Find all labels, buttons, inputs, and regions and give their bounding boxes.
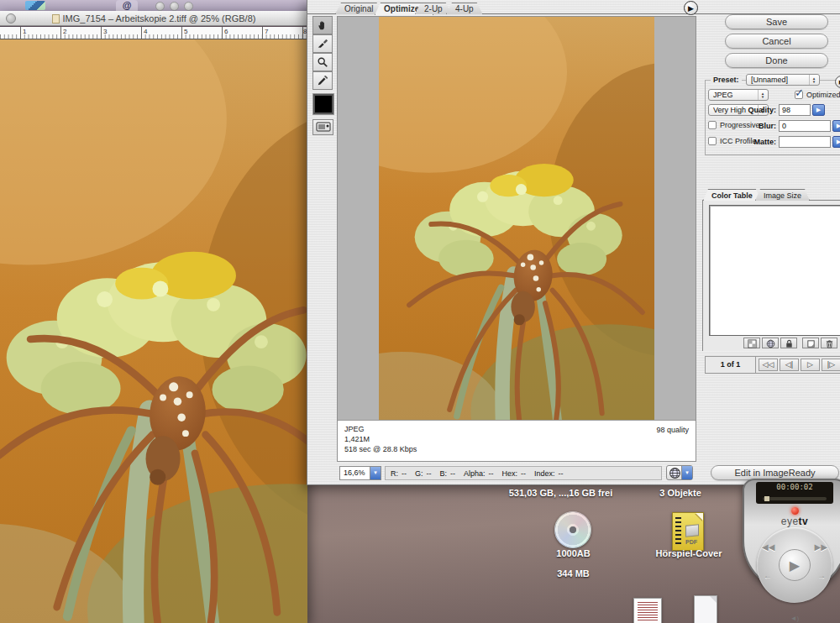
- play-button-remote[interactable]: ▶: [779, 549, 811, 581]
- blur-slider-flyout-button[interactable]: ▶: [832, 120, 840, 132]
- blur-field[interactable]: 0: [779, 120, 831, 132]
- remote-timecode: 00:00:02: [756, 483, 833, 491]
- pdf-name-label[interactable]: Hörspiel-Cover: [640, 548, 738, 558]
- background-app-icon: [25, 1, 45, 10]
- slices-icon: [317, 123, 330, 131]
- status-size: 1,421M: [344, 435, 370, 443]
- ruler-number: 1: [23, 28, 26, 35]
- eyedropper-tool-button[interactable]: [312, 71, 333, 90]
- slice-select-tool-button[interactable]: [312, 34, 333, 53]
- document-titlebar[interactable]: IMG_7154 – Arbeitskopie 2.tiff @ 25% (RG…: [0, 11, 307, 26]
- at-symbol-icon: @: [116, 0, 138, 11]
- document-file-icon: [52, 14, 60, 24]
- magnifier-icon: [318, 58, 327, 66]
- volume-icon: ◄): [757, 615, 832, 622]
- format-select[interactable]: JPEG▴▾: [708, 89, 769, 101]
- quality-field[interactable]: 98: [779, 104, 811, 116]
- next-frame-button[interactable]: |▷: [822, 359, 840, 371]
- cd-disk-icon[interactable]: [554, 511, 591, 548]
- strip-dot-icon: [170, 2, 179, 11]
- cd-name-label[interactable]: 1000AB: [529, 548, 617, 558]
- save-button[interactable]: Save: [725, 14, 828, 29]
- status-quality: 98 quality: [656, 426, 689, 434]
- optimized-preview-image[interactable]: [379, 17, 654, 421]
- toggle-slices-visibility-button[interactable]: [312, 119, 333, 135]
- play-button[interactable]: ▷: [801, 359, 820, 371]
- record-led-icon: [791, 507, 799, 515]
- zoom-dropdown-arrow-icon[interactable]: ▼: [370, 467, 381, 479]
- blur-label: Blur:: [744, 122, 776, 130]
- ruler-number: 6: [224, 28, 228, 35]
- lock-color-button[interactable]: [780, 338, 797, 348]
- quality-slider-flyout-button[interactable]: ▶: [812, 104, 825, 116]
- disk-space-info: 531,03 GB, ...,16 GB frei: [470, 488, 651, 498]
- forward-button[interactable]: ▶▶: [815, 542, 827, 552]
- eyedropper-color-swatch[interactable]: [313, 94, 333, 114]
- color-table-list[interactable]: [709, 205, 840, 336]
- background-app-strip: @: [0, 0, 307, 11]
- blank-document-icon[interactable]: [694, 595, 717, 623]
- pdf-thumbnail: [685, 524, 699, 537]
- tab-original[interactable]: Original: [335, 3, 382, 14]
- zoom-level-select[interactable]: 16,6% ▼: [339, 466, 381, 480]
- document-canvas-photo[interactable]: [0, 39, 307, 623]
- preview-in-browser-button[interactable]: ▼: [666, 465, 693, 480]
- optimized-checkbox[interactable]: ✓: [795, 91, 803, 99]
- delete-color-button[interactable]: [821, 338, 837, 348]
- photoshop-document-window: IMG_7154 – Arbeitskopie 2.tiff @ 25% (RG…: [0, 11, 307, 623]
- checker-icon: [748, 340, 755, 348]
- hand-icon: [318, 21, 323, 29]
- cancel-button[interactable]: Cancel: [725, 34, 828, 49]
- updown-arrows-icon: ▴▾: [809, 75, 818, 85]
- eyetv-logo: eyetv: [744, 516, 840, 527]
- tab-4up[interactable]: 4-Up: [446, 3, 483, 14]
- icc-profile-checkbox[interactable]: [708, 137, 717, 145]
- tab-image-size[interactable]: Image Size: [755, 189, 810, 201]
- new-item-icon: [807, 341, 813, 347]
- eyetv-remote: 00:00:02 eyetv ◀◀ ▶▶ ← → ▶ ◄): [743, 479, 840, 593]
- right-button[interactable]: →: [817, 571, 826, 580]
- status-download-time: 518 sec @ 28.8 Kbps: [344, 445, 417, 453]
- text-document-icon[interactable]: [633, 598, 662, 623]
- previous-frame-button[interactable]: ◁|: [780, 359, 799, 371]
- page-fold: [696, 513, 703, 521]
- strip-dot-icon: [155, 2, 165, 11]
- checkmark-icon: ✓: [795, 86, 804, 99]
- ruler-number: 2: [63, 28, 66, 35]
- frame-pager: 1 of 1 ◁◁ ◁| ▷ |▷ ▷: [705, 356, 840, 374]
- matte-flyout-button[interactable]: ▶: [832, 136, 840, 148]
- zoom-tool-button[interactable]: [312, 53, 333, 71]
- quality-label: Quality:: [744, 106, 776, 114]
- pdf-file-icon[interactable]: PDF: [672, 512, 704, 551]
- preset-label: Preset:: [711, 76, 742, 84]
- horizontal-ruler: 1 2 3 4 5 6 7 8: [0, 27, 307, 39]
- progressive-checkbox[interactable]: [708, 121, 717, 129]
- pdf-bars: [675, 517, 681, 546]
- color-readout-bar: R:-- G:-- B:-- Alpha:-- Hex:-- Index:--: [385, 466, 662, 480]
- rewind-button[interactable]: ◀◀: [762, 542, 774, 552]
- left-button[interactable]: ←: [764, 571, 772, 580]
- screen: @ IMG_7154 – Arbeitskopie 2.tiff @ 25% (…: [0, 0, 840, 623]
- strip-dot-icon: [184, 2, 193, 11]
- new-color-button[interactable]: [802, 338, 819, 348]
- first-frame-button[interactable]: ◁◁: [759, 359, 778, 371]
- snap-to-web-palette-button[interactable]: [743, 338, 760, 348]
- remote-display: 00:00:02: [756, 482, 833, 504]
- ruler-number: 7: [265, 28, 268, 35]
- matte-field[interactable]: [779, 136, 831, 148]
- optimized-checkbox-label: Optimized: [806, 91, 840, 99]
- save-for-web-dialog: Original Optimized 2-Up 4-Up ▶ JPEG 1,42…: [307, 0, 840, 485]
- updown-arrows-icon: ▴▾: [758, 90, 767, 100]
- browser-dropdown-arrow-icon[interactable]: ▼: [681, 466, 692, 479]
- tab-2up[interactable]: 2-Up: [415, 3, 452, 14]
- remote-control-pad: ◀◀ ▶▶ ← → ▶ ◄): [757, 527, 832, 603]
- status-format: JPEG: [344, 425, 365, 433]
- pdf-badge: PDF: [685, 539, 697, 545]
- web-shift-button[interactable]: [762, 338, 779, 348]
- preset-select[interactable]: [Unnamed]▴▾: [746, 74, 820, 86]
- hand-tool-button[interactable]: [312, 16, 333, 34]
- tab-color-table[interactable]: Color Table: [703, 189, 761, 201]
- lock-icon: [786, 340, 791, 347]
- preview-menu-button[interactable]: ▶: [684, 1, 698, 15]
- done-button[interactable]: Done: [725, 53, 828, 68]
